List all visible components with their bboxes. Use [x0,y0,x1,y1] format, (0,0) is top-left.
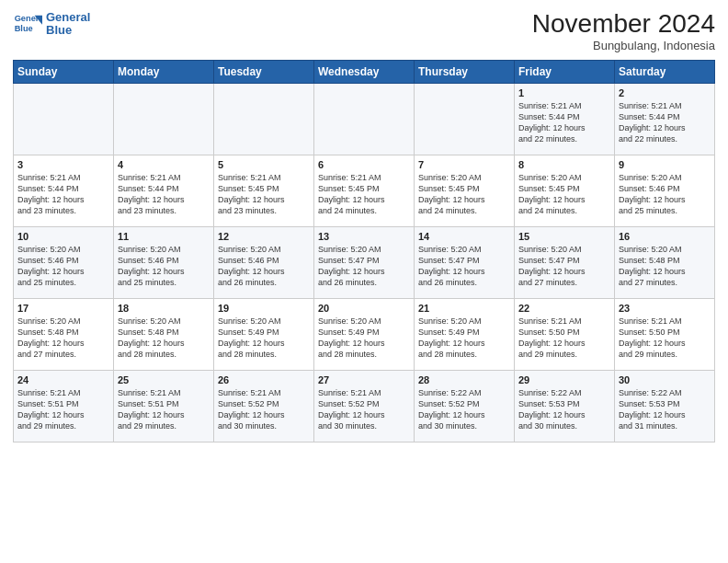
day-info: Sunrise: 5:20 AM Sunset: 5:45 PM Dayligh… [418,172,510,217]
calendar-cell: 11Sunrise: 5:20 AM Sunset: 5:46 PM Dayli… [114,227,214,299]
day-number: 9 [619,159,711,170]
day-info: Sunrise: 5:21 AM Sunset: 5:45 PM Dayligh… [318,172,410,217]
day-info: Sunrise: 5:21 AM Sunset: 5:44 PM Dayligh… [518,100,610,145]
day-number: 29 [518,374,610,385]
calendar-cell: 22Sunrise: 5:21 AM Sunset: 5:50 PM Dayli… [515,299,615,371]
day-info: Sunrise: 5:22 AM Sunset: 5:52 PM Dayligh… [418,387,510,432]
day-number: 15 [518,231,610,242]
day-info: Sunrise: 5:20 AM Sunset: 5:45 PM Dayligh… [518,172,610,217]
title-block: November 2024 Bungbulang, Indonesia [532,9,715,52]
day-number: 12 [218,231,310,242]
calendar-cell: 1Sunrise: 5:21 AM Sunset: 5:44 PM Daylig… [515,84,615,155]
page: General Blue General Blue November 2024 … [0,0,728,563]
location: Bungbulang, Indonesia [532,39,715,52]
day-number: 23 [619,303,711,314]
calendar-cell: 17Sunrise: 5:20 AM Sunset: 5:48 PM Dayli… [14,299,114,371]
weekday-header-thursday: Thursday [415,61,515,84]
day-number: 25 [118,374,210,385]
calendar-cell: 5Sunrise: 5:21 AM Sunset: 5:45 PM Daylig… [214,155,314,227]
day-number: 2 [619,87,711,98]
day-info: Sunrise: 5:21 AM Sunset: 5:45 PM Dayligh… [218,172,310,217]
day-info: Sunrise: 5:21 AM Sunset: 5:44 PM Dayligh… [118,172,210,217]
calendar-cell: 16Sunrise: 5:20 AM Sunset: 5:48 PM Dayli… [615,227,715,299]
day-info: Sunrise: 5:21 AM Sunset: 5:44 PM Dayligh… [619,100,711,145]
day-number: 10 [17,231,109,242]
calendar-cell [415,84,515,155]
day-info: Sunrise: 5:20 AM Sunset: 5:46 PM Dayligh… [17,244,109,289]
day-number: 22 [518,303,610,314]
logo: General Blue General Blue [13,9,90,39]
day-info: Sunrise: 5:20 AM Sunset: 5:48 PM Dayligh… [17,316,109,361]
weekday-header-wednesday: Wednesday [314,61,415,84]
day-info: Sunrise: 5:21 AM Sunset: 5:51 PM Dayligh… [118,387,210,432]
calendar-cell: 19Sunrise: 5:20 AM Sunset: 5:49 PM Dayli… [214,299,314,371]
day-info: Sunrise: 5:22 AM Sunset: 5:53 PM Dayligh… [518,387,610,432]
calendar-cell: 8Sunrise: 5:20 AM Sunset: 5:45 PM Daylig… [515,155,615,227]
month-title: November 2024 [532,9,715,39]
calendar-cell: 24Sunrise: 5:21 AM Sunset: 5:51 PM Dayli… [14,371,114,442]
calendar-cell: 6Sunrise: 5:21 AM Sunset: 5:45 PM Daylig… [314,155,415,227]
calendar-cell: 23Sunrise: 5:21 AM Sunset: 5:50 PM Dayli… [615,299,715,371]
calendar-cell: 21Sunrise: 5:20 AM Sunset: 5:49 PM Dayli… [415,299,515,371]
calendar-cell: 10Sunrise: 5:20 AM Sunset: 5:46 PM Dayli… [14,227,114,299]
calendar-header-row: SundayMondayTuesdayWednesdayThursdayFrid… [14,61,715,84]
day-number: 4 [118,159,210,170]
calendar-cell: 2Sunrise: 5:21 AM Sunset: 5:44 PM Daylig… [615,84,715,155]
calendar-week-row: 3Sunrise: 5:21 AM Sunset: 5:44 PM Daylig… [14,155,715,227]
calendar-cell: 3Sunrise: 5:21 AM Sunset: 5:44 PM Daylig… [14,155,114,227]
day-number: 30 [619,374,711,385]
day-info: Sunrise: 5:20 AM Sunset: 5:46 PM Dayligh… [218,244,310,289]
day-info: Sunrise: 5:20 AM Sunset: 5:49 PM Dayligh… [418,316,510,361]
day-info: Sunrise: 5:20 AM Sunset: 5:47 PM Dayligh… [418,244,510,289]
calendar-cell: 9Sunrise: 5:20 AM Sunset: 5:46 PM Daylig… [615,155,715,227]
calendar-week-row: 17Sunrise: 5:20 AM Sunset: 5:48 PM Dayli… [14,299,715,371]
weekday-header-tuesday: Tuesday [214,61,314,84]
day-number: 6 [318,159,410,170]
header: General Blue General Blue November 2024 … [13,9,715,52]
day-number: 8 [518,159,610,170]
calendar-week-row: 1Sunrise: 5:21 AM Sunset: 5:44 PM Daylig… [14,84,715,155]
day-number: 17 [17,303,109,314]
day-info: Sunrise: 5:20 AM Sunset: 5:46 PM Dayligh… [619,172,711,217]
day-number: 20 [318,303,410,314]
day-number: 14 [418,231,510,242]
day-info: Sunrise: 5:20 AM Sunset: 5:47 PM Dayligh… [318,244,410,289]
calendar-week-row: 10Sunrise: 5:20 AM Sunset: 5:46 PM Dayli… [14,227,715,299]
calendar-cell [14,84,114,155]
weekday-header-sunday: Sunday [14,61,114,84]
calendar-cell [214,84,314,155]
day-number: 13 [318,231,410,242]
logo-text-general: General [46,11,90,24]
day-number: 21 [418,303,510,314]
day-number: 1 [518,87,610,98]
day-number: 26 [218,374,310,385]
day-info: Sunrise: 5:20 AM Sunset: 5:49 PM Dayligh… [318,316,410,361]
calendar-cell: 14Sunrise: 5:20 AM Sunset: 5:47 PM Dayli… [415,227,515,299]
logo-icon: General Blue [13,9,42,39]
day-info: Sunrise: 5:21 AM Sunset: 5:52 PM Dayligh… [318,387,410,432]
calendar-cell: 28Sunrise: 5:22 AM Sunset: 5:52 PM Dayli… [415,371,515,442]
day-info: Sunrise: 5:20 AM Sunset: 5:48 PM Dayligh… [619,244,711,289]
calendar-cell: 20Sunrise: 5:20 AM Sunset: 5:49 PM Dayli… [314,299,415,371]
day-number: 24 [17,374,109,385]
calendar-week-row: 24Sunrise: 5:21 AM Sunset: 5:51 PM Dayli… [14,371,715,442]
calendar-cell: 15Sunrise: 5:20 AM Sunset: 5:47 PM Dayli… [515,227,615,299]
day-number: 3 [17,159,109,170]
day-number: 7 [418,159,510,170]
logo-text-blue: Blue [46,24,90,37]
weekday-header-friday: Friday [515,61,615,84]
calendar-cell: 26Sunrise: 5:21 AM Sunset: 5:52 PM Dayli… [214,371,314,442]
calendar-cell: 18Sunrise: 5:20 AM Sunset: 5:48 PM Dayli… [114,299,214,371]
calendar-cell: 4Sunrise: 5:21 AM Sunset: 5:44 PM Daylig… [114,155,214,227]
calendar-table: SundayMondayTuesdayWednesdayThursdayFrid… [13,60,715,442]
day-number: 27 [318,374,410,385]
day-number: 18 [118,303,210,314]
day-info: Sunrise: 5:21 AM Sunset: 5:50 PM Dayligh… [518,316,610,361]
day-info: Sunrise: 5:21 AM Sunset: 5:52 PM Dayligh… [218,387,310,432]
day-info: Sunrise: 5:21 AM Sunset: 5:51 PM Dayligh… [17,387,109,432]
calendar-cell: 25Sunrise: 5:21 AM Sunset: 5:51 PM Dayli… [114,371,214,442]
day-info: Sunrise: 5:20 AM Sunset: 5:46 PM Dayligh… [118,244,210,289]
calendar-cell [114,84,214,155]
day-number: 28 [418,374,510,385]
day-number: 5 [218,159,310,170]
